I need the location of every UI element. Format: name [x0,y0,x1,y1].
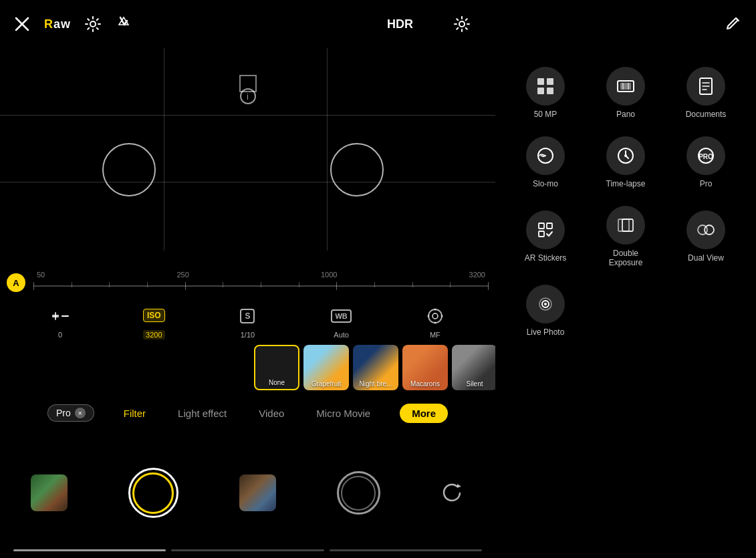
svg-point-38 [434,308,436,310]
mode-item-pro[interactable]: PRO Pro [669,131,743,194]
mode-item-pano[interactable]: Pano [589,61,662,124]
ev-setting[interactable]: 0 [47,303,73,339]
mode-item-ar-stickers[interactable]: AR Stickers [509,200,582,273]
flash-off-button[interactable] [13,15,31,33]
svg-rect-34 [55,312,56,320]
shutter-setting[interactable]: S 1/10 [235,303,260,339]
pro-mode-label: Pro [700,179,713,188]
center-toolbar: HDR [387,15,471,33]
focus-circle-left [102,143,156,196]
gallery-thumb-1[interactable] [31,474,68,511]
gallery-thumb-2[interactable] [239,474,276,511]
iso-setting[interactable]: ISO 3200 [141,303,166,339]
iso-icon: ISO [141,303,166,328]
shutter-button-main[interactable] [128,468,178,518]
svg-point-20 [624,154,627,157]
wb-icon: WB [329,303,354,329]
svg-rect-23 [539,223,544,229]
bottom-shutter-area [0,428,495,558]
svg-text:PRO: PRO [699,153,713,160]
filter-grapefruit-label: Grapefruit [311,380,341,388]
svg-rect-26 [618,219,629,231]
pro-icon: PRO [686,136,725,175]
svg-rect-9 [547,88,553,94]
iso-value: 3200 [143,330,164,339]
micro-movie-tab[interactable]: Micro Movie [313,404,373,423]
filter-tab[interactable]: Filter [121,404,148,423]
filter-nightbre[interactable]: Night bre... [353,345,398,390]
live-photo-label: Live Photo [527,327,565,337]
50mp-icon [526,67,565,106]
svg-point-40 [427,315,429,317]
svg-point-36 [428,309,442,323]
gallery-thumb-1-img [31,474,68,511]
pro-tag-label: Pro [56,408,71,418]
mode-grid: 50 MP Pano [495,55,756,349]
progress-bar-2 [171,549,324,551]
filter-silent-label: Silent [466,380,483,388]
iso-val-250: 250 [176,271,188,279]
ar-stickers-label: AR Stickers [525,253,567,263]
filter-nightbre-label: Night bre... [360,380,392,388]
iso-bar-area: A 50 250 1000 3200 [0,251,495,297]
mode-item-double-exposure[interactable]: DoubleExposure [589,200,662,273]
top-toolbar: Raw HDR [0,0,756,48]
filter-macarons[interactable]: Macarons [402,345,448,390]
documents-icon [686,67,725,106]
shutter-button-secondary[interactable] [337,471,380,515]
mode-menu: 50 MP Pano [495,48,756,558]
hdr-label[interactable]: HDR [387,17,413,31]
mode-item-documents[interactable]: Documents [669,61,743,124]
focus-circle-right [330,143,384,196]
mode-item-slomo[interactable]: Slo-mo [509,131,582,194]
pen-edit-button[interactable] [725,15,743,33]
double-exposure-icon [606,206,645,245]
svg-rect-8 [537,88,544,94]
raw-label[interactable]: Raw [44,17,71,31]
pro-tag-close[interactable]: × [75,408,86,418]
video-tab[interactable]: Video [256,404,287,423]
gallery-thumb-2-img [239,474,276,511]
filter-macarons-label: Macarons [410,380,440,388]
slomo-label: Slo-mo [533,179,558,188]
more-button[interactable]: More [400,404,448,423]
shutter-value: 1/10 [241,331,255,339]
rotate-icon[interactable] [441,481,465,505]
filter-none[interactable]: None [254,345,299,390]
svg-point-39 [434,321,436,323]
svg-point-2 [90,21,96,27]
shutter-inner [132,472,174,514]
svg-point-32 [544,303,547,305]
pano-icon [606,67,645,106]
dual-view-icon [686,211,725,249]
svg-rect-7 [547,78,553,85]
iso-val-3200: 3200 [469,271,485,279]
hdr-settings-button[interactable] [453,15,471,33]
filter-none-label: None [269,379,285,386]
mf-icon [422,303,448,329]
filter-silent[interactable]: Silent [452,345,495,390]
wb-setting[interactable]: WB Auto [329,303,354,339]
svg-rect-27 [622,219,633,231]
bottom-mode-bar: Pro × Filter Light effect Video Micro Mo… [0,398,495,428]
info-icon[interactable]: i [240,88,256,104]
filter-grapefruit[interactable]: Grapefruit [303,345,349,390]
svg-point-37 [432,313,438,319]
light-effect-tab[interactable]: Light effect [175,404,229,423]
mode-item-live-photo[interactable]: Live Photo [509,279,582,342]
svg-rect-6 [537,78,544,85]
mode-item-timelapse[interactable]: Time-lapse [589,131,662,194]
mf-setting[interactable]: MF [422,303,448,339]
filter-strip: None Grapefruit Night bre... Macarons Si… [254,337,495,398]
iso-indicator: A [7,273,25,292]
ar-stickers-icon [526,211,565,249]
iso-val-1000: 1000 [321,271,337,279]
ev-value: 0 [58,331,62,339]
timer-button[interactable] [115,15,132,33]
mode-item-50mp[interactable]: 50 MP [509,61,582,124]
documents-label: Documents [686,110,727,119]
iso-val-50: 50 [37,271,45,279]
settings-button[interactable] [84,15,102,33]
mode-item-dual-view[interactable]: Dual View [669,200,743,273]
timelapse-icon [606,136,645,175]
